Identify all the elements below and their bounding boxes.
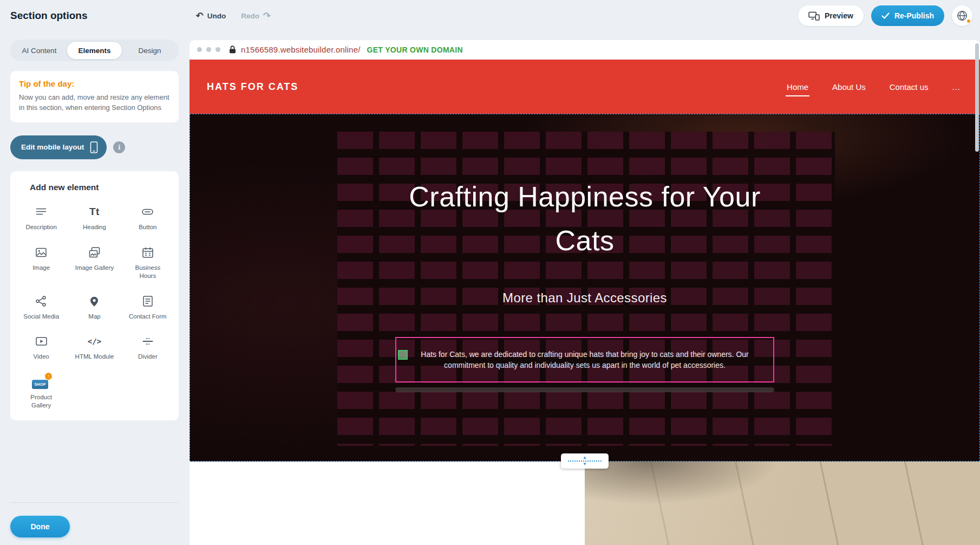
site-nav: Home About Us Contact us ... [787,82,961,92]
hero-paragraph: Hats for Cats, we are dedicated to craft… [404,349,766,371]
preview-label: Preview [825,11,853,20]
element-button[interactable]: Button [121,204,174,231]
lock-icon [229,46,236,54]
phone-icon [90,141,98,153]
preview-button[interactable]: Preview [798,5,864,26]
browser-chrome-bar: n1566589.websitebuilder.online/ GET YOUR… [190,40,980,60]
element-grid: Description Tt Heading Button [15,204,174,410]
add-element-panel: Add new element Description Tt Heading [10,171,179,421]
editor-canvas: n1566589.websitebuilder.online/ GET YOUR… [190,40,980,545]
mobile-layout-row: Edit mobile layout i [10,135,179,159]
hero-subheading[interactable]: More than Just Accessories [502,290,667,306]
hero-content: Crafting Happiness for Your Cats More th… [190,114,979,461]
tab-ai-content[interactable]: AI Content [12,41,67,60]
nav-more-button[interactable]: ... [952,82,961,92]
code-icon: </> [88,334,101,349]
nav-contact-us[interactable]: Contact us [890,82,929,92]
scrollbar-thumb[interactable] [975,43,979,152]
info-icon[interactable]: i [113,141,125,153]
shop-icon: SHOP ↑ [32,374,50,390]
arrow-up-icon: ▲ [583,456,587,460]
nav-home[interactable]: Home [787,82,808,92]
heading-icon: Tt [89,204,100,219]
hero-section-selected[interactable]: Crafting Happiness for Your Cats More th… [190,114,980,462]
language-globe-button[interactable] [952,5,972,26]
notification-dot [966,19,971,23]
element-contact-form[interactable]: Contact Form [121,294,174,321]
element-product-gallery[interactable]: SHOP ↑ Product Gallery [15,374,68,410]
site-logo[interactable]: HATS FOR CATS [207,81,298,93]
image-icon [35,245,48,260]
calendar-icon [141,245,154,260]
check-icon [881,12,890,19]
image-gallery-icon [88,245,101,260]
element-social-media[interactable]: Social Media [15,294,68,321]
site-url[interactable]: n1566589.websitebuilder.online/ [241,45,361,54]
app: Section options ↶ Undo Redo ↷ P [0,0,980,545]
share-icon [35,294,48,309]
redo-icon: ↷ [263,11,271,21]
upgrade-badge-icon: ↑ [45,373,52,380]
get-your-own-domain-link[interactable]: GET YOUR OWN DOMAIN [367,46,463,54]
nav-about-us[interactable]: About Us [832,82,866,92]
done-button[interactable]: Done [10,516,70,537]
tab-elements[interactable]: Elements [67,41,122,60]
sidebar: AI Content Elements Design Tip of the da… [0,31,189,545]
element-business-hours[interactable]: Business Hours [121,245,174,280]
canvas-scrollbar [975,43,979,543]
undo-icon: ↶ [196,11,204,21]
element-heading[interactable]: Tt Heading [68,204,121,231]
hero-text-block-selected[interactable]: Hats for Cats, we are dedicated to craft… [395,337,774,382]
hero-heading[interactable]: Crafting Happiness for Your Cats [401,175,769,262]
faint-slider-bar [395,387,774,392]
redo-label: Redo [241,12,259,20]
undo-button[interactable]: ↶ Undo [196,11,226,21]
tip-of-the-day-card: Tip of the day: Now you can add, move an… [10,71,179,122]
description-icon [35,204,48,219]
edit-mobile-layout-button[interactable]: Edit mobile layout [10,135,107,159]
contact-form-icon [141,294,154,309]
devices-icon [808,11,820,21]
button-icon [141,204,154,219]
divider-icon [141,334,154,349]
element-description[interactable]: Description [15,204,68,231]
resize-handle-left[interactable] [398,350,408,360]
add-element-title: Add new element [15,183,174,192]
next-section [190,462,980,545]
topbar-actions: Preview Re-Publish [798,5,972,26]
section-height-drag-handle[interactable]: ▲ ▼ [561,453,609,469]
window-dot [206,47,211,52]
undo-redo-group: ↶ Undo Redo ↷ [196,11,271,21]
edit-mobile-layout-label: Edit mobile layout [21,143,84,151]
window-dot [215,47,220,52]
site-header: HATS FOR CATS Home About Us Contact us .… [190,60,980,114]
element-map[interactable]: Map [68,294,121,321]
undo-label: Undo [207,12,226,20]
arrow-down-icon: ▼ [583,462,587,466]
window-dots [197,47,220,52]
window-dot [197,47,202,52]
tip-body: Now you can add, move and resize any ele… [19,93,170,113]
sidebar-tabs: AI Content Elements Design [10,40,179,61]
video-icon [35,334,48,349]
topbar: Section options ↶ Undo Redo ↷ P [0,0,980,31]
republish-button[interactable]: Re-Publish [871,5,944,26]
page-title: Section options [10,10,88,22]
sidebar-divider [10,502,179,503]
tip-title: Tip of the day: [19,79,170,88]
element-image[interactable]: Image [15,245,68,280]
element-html-module[interactable]: </> HTML Module [68,334,121,361]
republish-label: Re-Publish [894,11,934,20]
redo-button[interactable]: Redo ↷ [241,11,271,21]
element-video[interactable]: Video [15,334,68,361]
element-image-gallery[interactable]: Image Gallery [68,245,121,280]
tab-design[interactable]: Design [122,41,177,60]
ground-photo [585,462,980,545]
map-pin-icon [88,294,101,309]
element-divider[interactable]: Divider [121,334,174,361]
